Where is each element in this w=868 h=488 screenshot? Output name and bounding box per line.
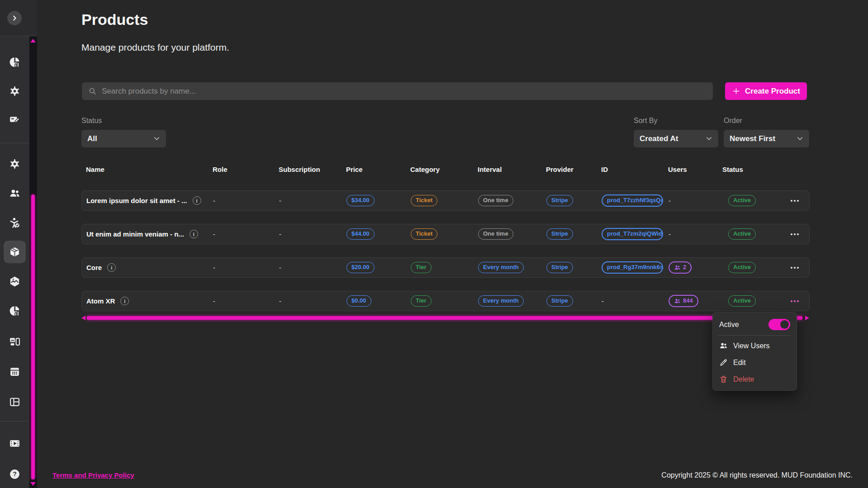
- horizontal-scrollbar: [81, 314, 810, 322]
- sidebar-item-media[interactable]: [4, 272, 26, 291]
- column-header-subscription: Subscription: [279, 166, 346, 173]
- sort-by-value: Created At: [640, 134, 678, 143]
- provider-badge: Stripe: [546, 262, 573, 273]
- active-toggle-label: Active: [719, 321, 739, 329]
- subscription-value: -: [279, 231, 346, 238]
- column-header-category: Category: [410, 166, 478, 173]
- price-badge: $44.00: [346, 228, 375, 239]
- analytics-pie-icon: [9, 57, 20, 68]
- sidebar-item-settings[interactable]: [4, 81, 26, 100]
- sidebar-item-users[interactable]: [4, 184, 26, 203]
- scroll-left-arrow[interactable]: [81, 316, 85, 320]
- product-id-badge[interactable]: prod_Rg37m9nnk6s: [602, 261, 663, 273]
- users-icon: [674, 298, 681, 304]
- sidebar-item-help[interactable]: ?: [4, 464, 26, 483]
- price-badge: $0.00: [346, 295, 371, 306]
- toggle-knob: [780, 320, 789, 329]
- chevron-down-icon: [797, 135, 803, 142]
- sidebar-item-reports[interactable]: [4, 301, 26, 320]
- status-badge: Active: [728, 228, 756, 239]
- search-input[interactable]: [102, 87, 707, 96]
- sidebar-scroll-up-arrow[interactable]: [30, 39, 36, 43]
- sidebar-item-videos[interactable]: [4, 434, 26, 453]
- create-product-label: Create Product: [745, 87, 800, 96]
- product-id-badge[interactable]: prod_T7zzhNf3qsQd: [602, 194, 663, 206]
- package-box-icon: [9, 246, 20, 258]
- product-id-badge[interactable]: prod_T7zm2qiQWid: [602, 228, 663, 240]
- product-name: Ut enim ad minim veniam - n...: [86, 230, 184, 238]
- column-header-role: Role: [213, 166, 279, 173]
- delete-menu-item[interactable]: Delete: [713, 371, 797, 388]
- product-name: Lorem ipsum dolor sit amet - ...: [86, 197, 187, 204]
- film-play-icon: [9, 438, 20, 449]
- info-icon[interactable]: [107, 263, 116, 272]
- table-row: Core - - $20.00 Tier Every month Stripe …: [81, 257, 810, 278]
- sidebar-item-pages[interactable]: [4, 332, 26, 351]
- info-icon[interactable]: [193, 196, 201, 205]
- sidebar-item-approvals[interactable]: [4, 213, 26, 232]
- role-value: -: [213, 197, 279, 204]
- subscription-value: -: [279, 264, 346, 271]
- svg-text:?: ?: [13, 470, 17, 478]
- sidebar-scrollbar-thumb[interactable]: [31, 194, 35, 479]
- price-badge: $20.00: [346, 262, 375, 273]
- row-menu-button[interactable]: [788, 231, 802, 238]
- row-menu-button[interactable]: [788, 264, 802, 271]
- row-menu-button[interactable]: [788, 298, 802, 305]
- edit-menu-item[interactable]: Edit: [713, 354, 797, 371]
- users-badge[interactable]: 2: [669, 261, 692, 273]
- analytics-pie-icon: [9, 305, 20, 317]
- pages-devices-icon: [9, 336, 20, 347]
- card-edit-icon: [9, 114, 20, 125]
- terms-privacy-link[interactable]: Terms and Privacy Policy: [52, 471, 134, 479]
- users-value: -: [669, 197, 723, 204]
- row-menu-button[interactable]: [788, 197, 802, 204]
- plus-icon: [732, 87, 740, 95]
- column-header-name: Name: [81, 166, 213, 173]
- gear-icon: [9, 85, 20, 97]
- view-users-menu-item[interactable]: View Users: [713, 337, 797, 354]
- sidebar-scroll-down-arrow[interactable]: [30, 482, 36, 486]
- column-header-status: Status: [722, 166, 779, 173]
- hexagon-image-icon: [9, 276, 20, 287]
- create-product-button[interactable]: Create Product: [725, 82, 807, 100]
- sidebar-header: [0, 0, 37, 36]
- sidebar-expand-button[interactable]: [7, 11, 22, 25]
- person-check-icon: [9, 217, 20, 228]
- sidebar-item-billing[interactable]: [4, 110, 26, 129]
- subscription-value: -: [279, 197, 346, 204]
- info-icon[interactable]: [190, 230, 198, 238]
- info-icon[interactable]: [120, 297, 129, 305]
- column-header-id: ID: [601, 166, 668, 173]
- sidebar-item-preferences[interactable]: [4, 154, 26, 173]
- active-toggle[interactable]: [768, 319, 790, 330]
- calendar-icon: [9, 366, 20, 377]
- product-name: Atom XR: [86, 297, 115, 305]
- role-value: -: [213, 264, 279, 271]
- sort-by-label: Sort By: [634, 117, 657, 125]
- sidebar-item-products[interactable]: [4, 241, 26, 263]
- scroll-right-arrow[interactable]: [805, 316, 809, 320]
- pencil-icon: [719, 358, 728, 367]
- subscription-value: -: [279, 298, 346, 305]
- search-bar: [82, 82, 713, 100]
- order-dropdown[interactable]: Newest First: [724, 130, 809, 147]
- sidebar-item-analytics[interactable]: [4, 52, 26, 71]
- sidebar-divider: [0, 143, 29, 143]
- users-value: -: [669, 231, 723, 238]
- status-filter-dropdown[interactable]: All: [81, 130, 166, 147]
- column-header-interval: Interval: [478, 166, 546, 173]
- users-badge[interactable]: 844: [669, 295, 698, 307]
- layout-panel-icon: [9, 396, 20, 407]
- sidebar-item-events[interactable]: [4, 362, 26, 381]
- users-icon: [719, 341, 728, 350]
- table-row: Lorem ipsum dolor sit amet - ... - - $34…: [81, 190, 810, 211]
- row-context-menu: Active View Users Edit Delete: [712, 312, 797, 391]
- role-value: -: [213, 298, 279, 305]
- product-name: Core: [86, 264, 102, 271]
- page-subtitle: Manage products for your platform.: [81, 42, 229, 53]
- horizontal-scrollbar-thumb[interactable]: [87, 316, 802, 320]
- sort-by-dropdown[interactable]: Created At: [634, 130, 718, 147]
- sidebar-item-layouts[interactable]: [4, 392, 26, 411]
- page-title: Products: [81, 11, 148, 28]
